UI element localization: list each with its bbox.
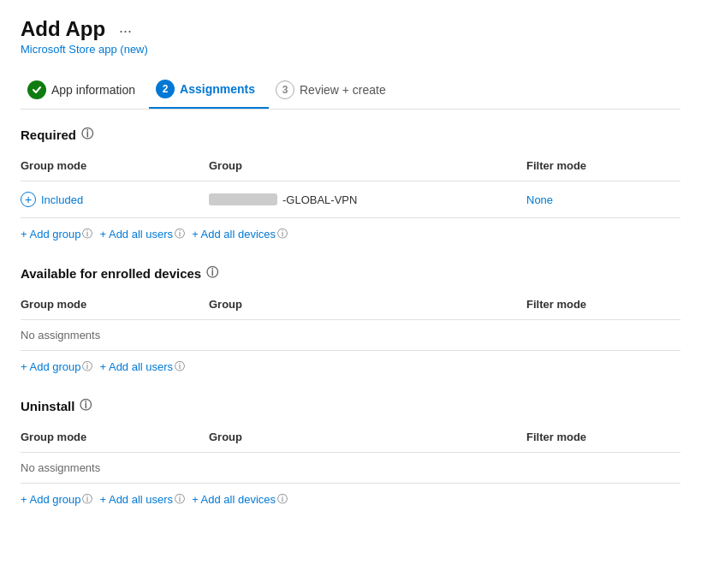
required-section: Required ⓘ Group mode Group Filter mode … (21, 127, 680, 241)
uninstall-col-group: Group (209, 427, 526, 447)
wizard-steps: App information 2 Assignments 3 Review +… (21, 71, 680, 110)
required-col-group-mode: Group mode (21, 156, 209, 175)
available-enrolled-section-title: Available for enrolled devices ⓘ (21, 265, 680, 281)
step-review-create[interactable]: 3 Review + create (269, 72, 400, 108)
group-blur-block (209, 193, 277, 205)
available-add-all-users-info-icon[interactable]: ⓘ (175, 359, 185, 374)
uninstall-col-group-mode: Group mode (21, 427, 209, 447)
uninstall-info-icon[interactable]: ⓘ (80, 398, 92, 413)
available-enrolled-info-icon[interactable]: ⓘ (206, 265, 218, 281)
uninstall-add-all-users-link[interactable]: + Add all users (99, 493, 173, 506)
available-col-group-mode: Group mode (21, 294, 209, 314)
uninstall-table-header: Group mode Group Filter mode (21, 422, 680, 453)
required-info-icon[interactable]: ⓘ (81, 127, 93, 142)
uninstall-action-links: + Add group ⓘ + Add all users ⓘ + Add al… (21, 492, 680, 507)
required-table-row: + Included -GLOBAL-VPN None (21, 181, 680, 218)
available-col-group: Group (209, 294, 526, 314)
step3-label: Review + create (300, 83, 386, 97)
page-subtitle: Microsoft Store app (new) (21, 43, 680, 56)
required-col-filter-mode: Filter mode (526, 156, 680, 175)
page-content: Required ⓘ Group mode Group Filter mode … (21, 127, 680, 507)
step1-circle (27, 80, 46, 99)
uninstall-add-all-devices-info-icon[interactable]: ⓘ (277, 492, 288, 507)
required-add-group-link[interactable]: + Add group (21, 228, 80, 241)
uninstall-no-assignments: No assignments (21, 453, 680, 484)
included-plus-circle-icon: + (21, 192, 36, 207)
uninstall-label: Uninstall (21, 399, 74, 413)
required-table-header: Group mode Group Filter mode (21, 151, 680, 181)
step1-label: App information (51, 83, 135, 97)
available-col-filter-mode: Filter mode (526, 294, 680, 314)
filter-none-link[interactable]: None (526, 193, 553, 206)
required-add-group-info-icon[interactable]: ⓘ (82, 227, 92, 241)
step2-label: Assignments (180, 82, 255, 96)
group-suffix: -GLOBAL-VPN (282, 193, 357, 206)
required-add-all-devices-link[interactable]: + Add all devices (192, 228, 276, 241)
available-add-group-link[interactable]: + Add group (21, 360, 80, 373)
page-title: Add App (21, 17, 105, 41)
available-enrolled-section: Available for enrolled devices ⓘ Group m… (21, 265, 680, 374)
checkmark-icon (32, 85, 42, 95)
uninstall-section: Uninstall ⓘ Group mode Group Filter mode… (21, 398, 680, 507)
available-no-assignments: No assignments (21, 320, 680, 351)
available-enrolled-label: Available for enrolled devices (21, 266, 201, 281)
available-enrolled-action-links: + Add group ⓘ + Add all users ⓘ (21, 359, 680, 374)
included-label: Included (41, 193, 83, 206)
required-group-cell: -GLOBAL-VPN (209, 190, 526, 210)
required-section-title: Required ⓘ (21, 127, 680, 142)
step3-circle: 3 (276, 80, 294, 99)
required-add-all-users-info-icon[interactable]: ⓘ (175, 227, 185, 241)
uninstall-col-filter-mode: Filter mode (526, 427, 680, 447)
uninstall-add-group-info-icon[interactable]: ⓘ (82, 492, 92, 507)
required-add-all-devices-info-icon[interactable]: ⓘ (277, 227, 288, 241)
uninstall-section-title: Uninstall ⓘ (21, 398, 680, 413)
step2-circle: 2 (156, 80, 175, 98)
uninstall-add-all-devices-link[interactable]: + Add all devices (192, 493, 276, 506)
required-group-mode-cell: + Included (21, 188, 209, 211)
available-add-all-users-link[interactable]: + Add all users (99, 360, 173, 373)
available-enrolled-table-header: Group mode Group Filter mode (21, 289, 680, 320)
required-add-all-users-link[interactable]: + Add all users (99, 228, 173, 241)
uninstall-add-all-users-info-icon[interactable]: ⓘ (175, 492, 185, 507)
more-options-icon[interactable]: ··· (119, 22, 132, 40)
step-app-information[interactable]: App information (21, 72, 149, 108)
required-filter-mode-cell[interactable]: None (526, 190, 680, 210)
required-col-group: Group (209, 156, 526, 175)
step-assignments[interactable]: 2 Assignments (149, 71, 269, 109)
required-action-links: + Add group ⓘ + Add all users ⓘ + Add al… (21, 227, 680, 241)
available-add-group-info-icon[interactable]: ⓘ (82, 359, 92, 374)
page-header: Add App ··· Microsoft Store app (new) (21, 17, 680, 56)
required-label: Required (21, 128, 76, 142)
uninstall-add-group-link[interactable]: + Add group (21, 493, 80, 506)
